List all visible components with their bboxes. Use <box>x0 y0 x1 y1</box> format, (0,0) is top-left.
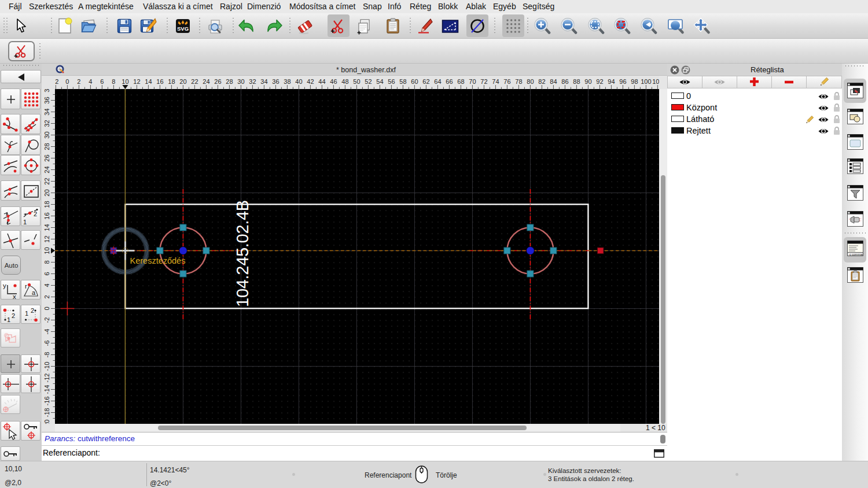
svg-text:22: 22 <box>43 178 50 184</box>
svg-text:0: 0 <box>43 306 50 310</box>
svg-text:SVG: SVG <box>177 25 189 32</box>
svg-text:70: 70 <box>469 78 476 85</box>
svg-text:80: 80 <box>527 78 534 85</box>
svg-text:-8: -8 <box>43 352 50 358</box>
svg-text:8: 8 <box>112 78 115 85</box>
svg-text:Kereszteződés: Kereszteződés <box>130 256 186 265</box>
svg-text:68: 68 <box>457 78 464 85</box>
svg-text:20: 20 <box>43 189 50 196</box>
svg-text:86: 86 <box>561 78 568 85</box>
svg-text:6: 6 <box>100 78 104 85</box>
svg-text:-10: -10 <box>43 362 50 371</box>
svg-text:50: 50 <box>353 78 360 85</box>
svg-text:54: 54 <box>376 78 383 85</box>
svg-text:x: x <box>13 293 16 300</box>
svg-text:84: 84 <box>550 78 557 85</box>
svg-text:1: 1 <box>7 316 10 323</box>
svg-text:76: 76 <box>503 78 510 85</box>
svg-text:32: 32 <box>43 120 50 127</box>
svg-text:90: 90 <box>584 78 591 85</box>
svg-text:26: 26 <box>214 78 221 85</box>
svg-text:1: 1 <box>25 310 28 317</box>
svg-text:-2: -2 <box>43 317 50 323</box>
svg-text:102: 102 <box>652 78 659 85</box>
svg-text:44: 44 <box>318 78 325 85</box>
svg-text:2: 2 <box>12 312 15 319</box>
svg-text:a: a <box>32 289 36 296</box>
svg-text:r: r <box>25 283 27 290</box>
svg-text:10: 10 <box>43 247 50 254</box>
svg-text:96: 96 <box>619 78 626 85</box>
svg-text:18: 18 <box>168 78 175 85</box>
svg-text:12: 12 <box>133 78 140 85</box>
svg-text:12: 12 <box>43 235 50 242</box>
svg-text:16: 16 <box>43 212 50 219</box>
svg-text:38: 38 <box>43 89 50 93</box>
svg-text:-4: -4 <box>43 329 50 335</box>
svg-text:20: 20 <box>179 78 186 85</box>
svg-text:-14: -14 <box>43 385 50 394</box>
svg-text:14: 14 <box>43 224 50 231</box>
svg-text:2: 2 <box>31 307 34 314</box>
svg-text:2: 2 <box>77 78 80 85</box>
svg-text:88: 88 <box>573 78 580 85</box>
svg-text:14: 14 <box>145 78 152 85</box>
svg-text:72: 72 <box>480 78 487 85</box>
svg-text:42: 42 <box>307 78 314 85</box>
svg-text:c command: c command <box>849 253 863 256</box>
svg-text:-16: -16 <box>43 397 50 406</box>
svg-text:-2: -2 <box>55 78 58 85</box>
svg-text:26: 26 <box>43 154 50 161</box>
svg-text:-18: -18 <box>43 408 50 417</box>
svg-text:22: 22 <box>191 78 198 85</box>
svg-text:52: 52 <box>365 78 372 85</box>
svg-text:1: 1 <box>23 219 27 225</box>
svg-text:28: 28 <box>43 143 50 150</box>
svg-text:24: 24 <box>43 166 50 173</box>
svg-text:38: 38 <box>284 78 290 85</box>
svg-text:8: 8 <box>43 260 50 264</box>
svg-text:78: 78 <box>515 78 522 85</box>
svg-text:46: 46 <box>330 78 337 85</box>
svg-text:58: 58 <box>399 78 406 85</box>
svg-text:32: 32 <box>249 78 256 85</box>
svg-text:40: 40 <box>295 78 302 85</box>
svg-text:36: 36 <box>272 78 279 85</box>
svg-text:98: 98 <box>631 78 638 85</box>
svg-text:30: 30 <box>237 78 244 85</box>
svg-text:30: 30 <box>43 131 50 138</box>
svg-text:2: 2 <box>43 295 50 298</box>
svg-text:74: 74 <box>492 78 499 85</box>
svg-text:56: 56 <box>388 78 395 85</box>
svg-text:2: 2 <box>34 210 37 217</box>
svg-text:6: 6 <box>43 272 50 275</box>
svg-text:62: 62 <box>422 78 429 85</box>
svg-text:48: 48 <box>341 78 348 85</box>
svg-text:4: 4 <box>43 283 50 287</box>
svg-text:4: 4 <box>89 78 92 85</box>
svg-text:18: 18 <box>43 201 50 208</box>
svg-text:64: 64 <box>434 78 441 85</box>
svg-text:104.245.02.4B: 104.245.02.4B <box>233 200 252 307</box>
svg-text:60: 60 <box>411 78 418 85</box>
svg-text:0: 0 <box>65 78 69 85</box>
svg-text:24: 24 <box>203 78 209 85</box>
svg-text:100: 100 <box>641 78 651 85</box>
svg-text:-6: -6 <box>43 341 50 346</box>
svg-text:82: 82 <box>538 78 545 85</box>
svg-text:34: 34 <box>260 78 267 85</box>
svg-text:34: 34 <box>43 108 50 115</box>
svg-text:92: 92 <box>596 78 603 85</box>
svg-text:y: y <box>3 282 6 289</box>
svg-text:-12: -12 <box>43 374 50 383</box>
svg-text:16: 16 <box>156 78 163 85</box>
svg-text:66: 66 <box>446 78 453 85</box>
svg-text:10: 10 <box>122 78 128 85</box>
svg-text:-20: -20 <box>43 420 50 424</box>
svg-text:94: 94 <box>608 78 615 85</box>
svg-text:36: 36 <box>43 97 50 103</box>
svg-text:28: 28 <box>226 78 233 85</box>
